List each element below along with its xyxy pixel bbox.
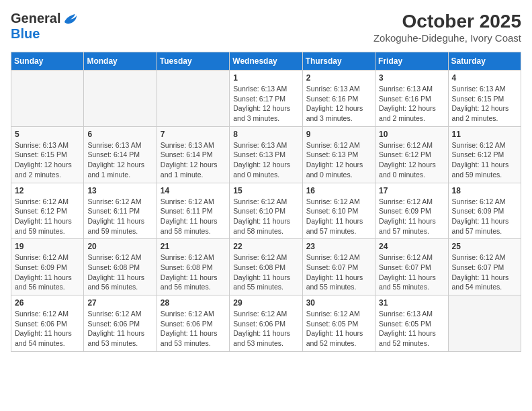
day-cell: 8Sunrise: 6:13 AMSunset: 6:13 PMDaylight…	[230, 126, 302, 183]
day-cell: 7Sunrise: 6:13 AMSunset: 6:14 PMDaylight…	[157, 126, 229, 183]
day-detail: Sunrise: 6:13 AMSunset: 6:17 PMDaylight:…	[233, 84, 298, 124]
day-detail: Sunrise: 6:12 AMSunset: 6:10 PMDaylight:…	[233, 197, 298, 236]
week-row-2: 5Sunrise: 6:13 AMSunset: 6:15 PMDaylight…	[11, 126, 521, 183]
calendar-body: 1Sunrise: 6:13 AMSunset: 6:17 PMDaylight…	[11, 71, 521, 352]
day-cell	[448, 295, 521, 352]
day-cell	[157, 71, 229, 127]
day-number: 1	[233, 73, 298, 83]
day-detail: Sunrise: 6:12 AMSunset: 6:08 PMDaylight:…	[233, 253, 298, 292]
day-cell: 2Sunrise: 6:13 AMSunset: 6:16 PMDaylight…	[302, 71, 375, 127]
day-number: 27	[87, 298, 152, 308]
day-number: 12	[15, 186, 80, 195]
day-number: 10	[379, 130, 444, 139]
day-detail: Sunrise: 6:12 AMSunset: 6:11 PMDaylight:…	[87, 197, 152, 236]
day-number: 31	[379, 298, 444, 308]
day-number: 7	[161, 130, 226, 139]
day-number: 25	[452, 242, 517, 251]
day-number: 24	[379, 242, 444, 251]
day-cell: 26Sunrise: 6:12 AMSunset: 6:06 PMDayligh…	[11, 295, 84, 352]
day-detail: Sunrise: 6:12 AMSunset: 6:09 PMDaylight:…	[15, 253, 80, 292]
day-cell: 22Sunrise: 6:12 AMSunset: 6:08 PMDayligh…	[230, 239, 302, 295]
day-cell: 24Sunrise: 6:12 AMSunset: 6:07 PMDayligh…	[375, 239, 448, 295]
day-detail: Sunrise: 6:12 AMSunset: 6:11 PMDaylight:…	[161, 197, 226, 236]
day-cell: 25Sunrise: 6:12 AMSunset: 6:07 PMDayligh…	[448, 239, 521, 295]
day-detail: Sunrise: 6:12 AMSunset: 6:09 PMDaylight:…	[452, 197, 517, 236]
day-detail: Sunrise: 6:12 AMSunset: 6:08 PMDaylight:…	[87, 253, 152, 292]
day-detail: Sunrise: 6:13 AMSunset: 6:15 PMDaylight:…	[452, 84, 517, 124]
day-cell: 3Sunrise: 6:13 AMSunset: 6:16 PMDaylight…	[375, 71, 448, 127]
calendar: SundayMondayTuesdayWednesdayThursdayFrid…	[11, 52, 521, 352]
day-number: 13	[87, 186, 152, 195]
header-row: SundayMondayTuesdayWednesdayThursdayFrid…	[11, 52, 521, 71]
day-number: 23	[306, 242, 371, 251]
page-subtitle: Zokoguhe-Dideguhe, Ivory Coast	[373, 32, 521, 44]
day-cell: 27Sunrise: 6:12 AMSunset: 6:06 PMDayligh…	[84, 295, 157, 352]
day-number: 9	[306, 130, 371, 139]
day-number: 18	[452, 186, 517, 195]
day-detail: Sunrise: 6:13 AMSunset: 6:16 PMDaylight:…	[379, 84, 444, 124]
day-cell: 5Sunrise: 6:13 AMSunset: 6:15 PMDaylight…	[11, 126, 84, 183]
day-number: 21	[161, 242, 226, 251]
day-detail: Sunrise: 6:12 AMSunset: 6:12 PMDaylight:…	[452, 140, 517, 180]
header-cell-friday: Friday	[375, 52, 448, 71]
header-cell-thursday: Thursday	[302, 52, 375, 71]
day-cell: 29Sunrise: 6:12 AMSunset: 6:06 PMDayligh…	[230, 295, 302, 352]
day-cell: 11Sunrise: 6:12 AMSunset: 6:12 PMDayligh…	[448, 126, 521, 183]
day-detail: Sunrise: 6:13 AMSunset: 6:05 PMDaylight:…	[379, 309, 444, 349]
day-cell: 9Sunrise: 6:12 AMSunset: 6:13 PMDaylight…	[302, 126, 375, 183]
day-cell	[84, 71, 157, 127]
day-detail: Sunrise: 6:12 AMSunset: 6:07 PMDaylight:…	[306, 253, 371, 292]
day-cell: 1Sunrise: 6:13 AMSunset: 6:17 PMDaylight…	[230, 71, 302, 127]
header-cell-saturday: Saturday	[448, 52, 521, 71]
day-number: 16	[306, 186, 371, 195]
day-number: 30	[306, 298, 371, 308]
day-cell: 4Sunrise: 6:13 AMSunset: 6:15 PMDaylight…	[448, 71, 521, 127]
page-header: General Blue October 2025 Zokoguhe-Dideg…	[11, 11, 521, 44]
day-cell: 21Sunrise: 6:12 AMSunset: 6:08 PMDayligh…	[157, 239, 229, 295]
day-cell: 20Sunrise: 6:12 AMSunset: 6:08 PMDayligh…	[84, 239, 157, 295]
day-detail: Sunrise: 6:12 AMSunset: 6:07 PMDaylight:…	[452, 253, 517, 292]
day-detail: Sunrise: 6:12 AMSunset: 6:06 PMDaylight:…	[87, 309, 152, 349]
day-detail: Sunrise: 6:12 AMSunset: 6:06 PMDaylight:…	[161, 309, 226, 349]
week-row-5: 26Sunrise: 6:12 AMSunset: 6:06 PMDayligh…	[11, 295, 521, 352]
day-detail: Sunrise: 6:12 AMSunset: 6:09 PMDaylight:…	[379, 197, 444, 236]
header-cell-sunday: Sunday	[11, 52, 84, 71]
day-cell: 14Sunrise: 6:12 AMSunset: 6:11 PMDayligh…	[157, 183, 229, 239]
day-number: 22	[233, 242, 298, 251]
day-cell: 15Sunrise: 6:12 AMSunset: 6:10 PMDayligh…	[230, 183, 302, 239]
day-cell: 31Sunrise: 6:13 AMSunset: 6:05 PMDayligh…	[375, 295, 448, 352]
day-detail: Sunrise: 6:13 AMSunset: 6:14 PMDaylight:…	[161, 140, 226, 180]
day-cell: 17Sunrise: 6:12 AMSunset: 6:09 PMDayligh…	[375, 183, 448, 239]
day-cell: 19Sunrise: 6:12 AMSunset: 6:09 PMDayligh…	[11, 239, 84, 295]
calendar-header: SundayMondayTuesdayWednesdayThursdayFrid…	[11, 52, 521, 71]
week-row-3: 12Sunrise: 6:12 AMSunset: 6:12 PMDayligh…	[11, 183, 521, 239]
title-block: October 2025 Zokoguhe-Dideguhe, Ivory Co…	[373, 11, 521, 44]
day-detail: Sunrise: 6:13 AMSunset: 6:15 PMDaylight:…	[15, 140, 80, 180]
day-number: 26	[15, 298, 80, 308]
day-cell: 18Sunrise: 6:12 AMSunset: 6:09 PMDayligh…	[448, 183, 521, 239]
page-title: October 2025	[373, 11, 521, 32]
day-number: 5	[15, 130, 80, 139]
day-detail: Sunrise: 6:13 AMSunset: 6:14 PMDaylight:…	[87, 140, 152, 180]
day-cell: 16Sunrise: 6:12 AMSunset: 6:10 PMDayligh…	[302, 183, 375, 239]
day-detail: Sunrise: 6:12 AMSunset: 6:12 PMDaylight:…	[15, 197, 80, 236]
day-detail: Sunrise: 6:12 AMSunset: 6:05 PMDaylight:…	[306, 309, 371, 349]
day-cell: 12Sunrise: 6:12 AMSunset: 6:12 PMDayligh…	[11, 183, 84, 239]
day-number: 4	[452, 73, 517, 83]
day-number: 14	[161, 186, 226, 195]
day-number: 11	[452, 130, 517, 139]
day-detail: Sunrise: 6:12 AMSunset: 6:12 PMDaylight:…	[379, 140, 444, 180]
day-cell: 6Sunrise: 6:13 AMSunset: 6:14 PMDaylight…	[84, 126, 157, 183]
week-row-1: 1Sunrise: 6:13 AMSunset: 6:17 PMDaylight…	[11, 71, 521, 127]
day-number: 17	[379, 186, 444, 195]
logo-blue: Blue	[11, 26, 40, 41]
header-cell-tuesday: Tuesday	[157, 52, 229, 71]
logo-bird-icon	[63, 13, 78, 25]
day-cell	[11, 71, 84, 127]
day-cell: 28Sunrise: 6:12 AMSunset: 6:06 PMDayligh…	[157, 295, 229, 352]
day-cell: 23Sunrise: 6:12 AMSunset: 6:07 PMDayligh…	[302, 239, 375, 295]
day-number: 20	[87, 242, 152, 251]
day-number: 8	[233, 130, 298, 139]
header-cell-wednesday: Wednesday	[230, 52, 302, 71]
day-number: 2	[306, 73, 371, 83]
